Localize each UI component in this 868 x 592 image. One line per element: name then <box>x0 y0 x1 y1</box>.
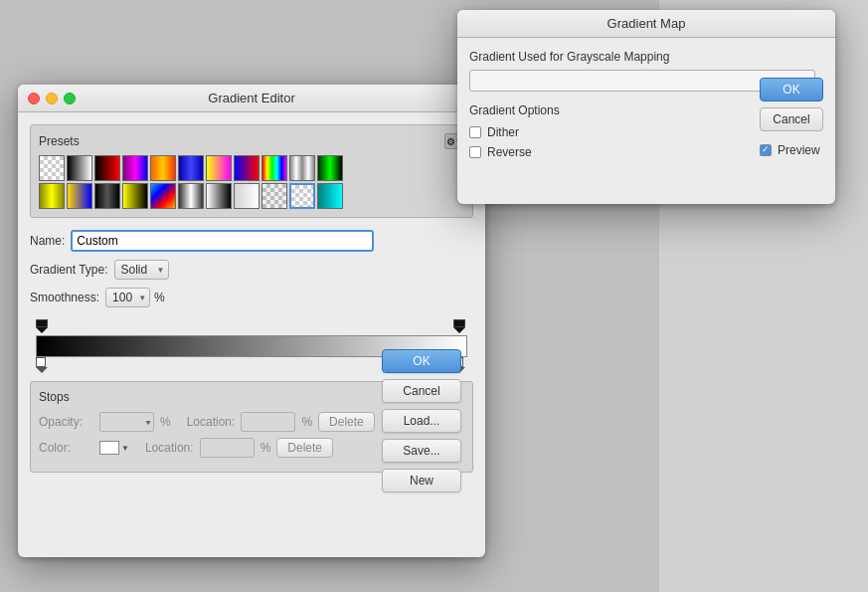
ge-ok-button[interactable]: OK <box>382 349 461 373</box>
gm-cancel-button[interactable]: Cancel <box>760 107 823 131</box>
gear-icon: ⚙ <box>446 136 455 147</box>
color-location-label: Location: <box>145 441 194 455</box>
preset-swatch-blue-multi[interactable] <box>150 183 176 209</box>
color-stop-right[interactable] <box>453 319 467 335</box>
gradient-editor-titlebar: Gradient Editor <box>18 85 485 112</box>
name-input[interactable] <box>71 230 374 252</box>
reverse-label: Reverse <box>487 145 532 159</box>
gradient-type-label: Gradient Type: <box>30 263 108 277</box>
preset-swatch-chrome[interactable] <box>289 155 315 181</box>
preset-swatch-yellow-violet[interactable] <box>206 155 232 181</box>
smoothness-label: Smoothness: <box>30 291 99 304</box>
ge-buttons: OK Cancel Load... Save... New <box>382 349 461 493</box>
preset-swatch-yellow-black[interactable] <box>122 183 148 209</box>
color-swatch-group: ▼ <box>99 441 129 455</box>
gradient-type-row: Gradient Type: Solid Noise <box>30 260 473 280</box>
ge-load-button[interactable]: Load... <box>382 409 461 433</box>
presets-label: Presets <box>39 134 80 148</box>
preset-swatch-teal[interactable] <box>317 183 343 209</box>
color-stop-label: Color: <box>39 441 93 455</box>
preset-swatch-green-black[interactable] <box>317 155 343 181</box>
opacity-location-pct: % <box>301 415 312 429</box>
gradient-type-select-wrapper: Solid Noise <box>114 260 169 280</box>
opacity-delete-button[interactable]: Delete <box>318 412 375 432</box>
gm-ok-button[interactable]: OK <box>760 78 823 101</box>
preview-row: Preview <box>760 143 823 157</box>
color-delete-button[interactable]: Delete <box>276 438 333 458</box>
dither-label: Dither <box>487 125 519 139</box>
preview-label: Preview <box>778 143 820 157</box>
gradient-map-content: Gradient Used for Grayscale Mapping Grad… <box>457 38 835 177</box>
preset-swatch-rainbow[interactable] <box>261 155 287 181</box>
preset-swatch-bw[interactable] <box>67 155 92 181</box>
opacity-value-wrapper: ▼ <box>99 412 154 432</box>
preset-swatch-selected[interactable] <box>289 183 315 209</box>
preset-swatch-blue-red[interactable] <box>234 155 260 181</box>
preset-swatch-black-red[interactable] <box>94 155 120 181</box>
color-location-pct: % <box>260 441 271 455</box>
maximize-button[interactable] <box>64 93 76 104</box>
name-row: Name: <box>30 230 473 252</box>
preset-swatch-blue[interactable] <box>178 155 204 181</box>
preset-swatch-trans-white[interactable] <box>234 183 260 209</box>
color-location-input[interactable] <box>200 438 255 458</box>
color-swatch[interactable] <box>99 441 119 455</box>
gradient-editor-title: Gradient Editor <box>208 91 294 105</box>
ge-cancel-button[interactable]: Cancel <box>382 379 461 403</box>
presets-header: Presets ⚙ ▼ <box>39 133 464 149</box>
ge-form-area: Name: Gradient Type: Solid Noise Smoothn… <box>30 230 473 473</box>
opacity-pct: % <box>160 415 171 429</box>
color-stop-left[interactable] <box>36 319 50 335</box>
preset-swatch-transparent[interactable] <box>39 155 65 181</box>
gm-buttons: OK Cancel Preview <box>760 78 823 157</box>
ge-save-button[interactable]: Save... <box>382 439 461 463</box>
presets-section: Presets ⚙ ▼ <box>30 124 473 218</box>
opacity-stop-left[interactable] <box>36 357 50 373</box>
dither-checkbox[interactable] <box>469 126 481 138</box>
preset-swatch-dark-chrome[interactable] <box>94 183 120 209</box>
preset-swatch-violet[interactable] <box>122 155 148 181</box>
smoothness-row: Smoothness: 100 75 50 25 0 % <box>30 288 473 307</box>
close-button[interactable] <box>28 93 40 104</box>
color-chevron[interactable]: ▼ <box>121 444 129 453</box>
preview-checkbox[interactable] <box>760 144 772 156</box>
preset-swatch-yellow[interactable] <box>39 183 65 209</box>
color-stops-top <box>36 319 467 335</box>
smoothness-pct: % <box>154 291 165 304</box>
traffic-lights <box>28 93 76 104</box>
preset-swatch-gold-blue[interactable] <box>67 183 92 209</box>
gradient-type-select[interactable]: Solid Noise <box>114 260 169 280</box>
smoothness-select-wrapper: 100 75 50 25 0 <box>105 288 150 307</box>
preset-swatch-grey-white[interactable] <box>178 183 204 209</box>
preset-swatch-white-black[interactable] <box>206 183 232 209</box>
grayscale-label: Gradient Used for Grayscale Mapping <box>469 50 823 64</box>
ge-new-button[interactable]: New <box>382 469 461 493</box>
name-label: Name: <box>30 234 65 248</box>
gradient-map-titlebar: Gradient Map <box>457 10 835 38</box>
opacity-location-label: Location: <box>187 415 236 429</box>
opacity-stop-label: Opacity: <box>39 415 93 429</box>
preset-swatch-orange[interactable] <box>150 155 176 181</box>
gradient-editor-window: Gradient Editor Presets ⚙ ▼ <box>18 85 485 557</box>
smoothness-select[interactable]: 100 75 50 25 0 <box>105 288 150 307</box>
opacity-location-input[interactable] <box>241 412 295 432</box>
opacity-input[interactable] <box>99 412 154 432</box>
gradient-map-title: Gradient Map <box>608 16 686 31</box>
minimize-button[interactable] <box>46 93 58 104</box>
gradient-map-window: Gradient Map Gradient Used for Grayscale… <box>457 10 835 204</box>
preset-swatch-checker1[interactable] <box>261 183 287 209</box>
reverse-checkbox[interactable] <box>469 146 481 158</box>
